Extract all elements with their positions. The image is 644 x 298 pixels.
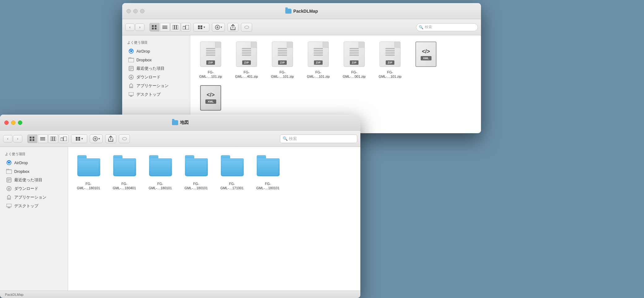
svg-rect-7 <box>173 25 174 29</box>
minimize-button-1[interactable] <box>133 9 138 13</box>
window-title-1: PackDLMap <box>285 9 318 14</box>
arrange-dropdown-2[interactable]: ▾ <box>71 134 87 143</box>
list-view-btn-1[interactable] <box>160 23 170 32</box>
sidebar-item-dropbox-1[interactable]: Dropbox <box>123 55 189 64</box>
nav-group-1: ‹ › <box>125 24 144 31</box>
view-buttons-2 <box>27 134 69 143</box>
file-name-3: FG-GML-…101.zip <box>271 70 294 79</box>
icon-view-btn-2[interactable] <box>27 134 37 143</box>
gallery-view-btn-2[interactable] <box>59 134 69 143</box>
folder-name-1: FG-GML-…180101 <box>77 182 100 191</box>
back-button-2[interactable]: ‹ <box>3 135 12 142</box>
file-item-folder-3[interactable]: FG-GML-…180101 <box>145 152 176 191</box>
file-name-2: FG-GML-…401.zip <box>235 70 258 79</box>
file-item-xml-2[interactable]: </> XML <box>195 84 226 114</box>
action-button-2[interactable]: ▾ <box>90 134 103 143</box>
sidebar-item-apps-2[interactable]: アプリケーション <box>1 193 67 202</box>
sidebar-label-desktop-1: デスクトップ <box>136 92 161 97</box>
file-icon-1: ZIP <box>198 40 223 68</box>
svg-rect-58 <box>8 198 10 199</box>
file-item-zip-4[interactable]: ZIP FG-GML-…101.zip <box>303 40 334 79</box>
svg-rect-0 <box>152 25 154 27</box>
svg-rect-9 <box>177 25 178 29</box>
file-item-folder-6[interactable]: FG-GML-…180101 <box>252 152 283 191</box>
sidebar-label-apps-2: アプリケーション <box>14 195 46 200</box>
finder-window-1[interactable]: PackDLMap ‹ › ▾ ▾ <box>122 3 481 133</box>
file-item-zip-3[interactable]: ZIP FG-GML-…101.zip <box>267 40 298 79</box>
file-item-zip-2[interactable]: ZIP FG-GML-…401.zip <box>231 40 262 79</box>
folder-large-5 <box>221 155 243 176</box>
folder-icon-wrapper-1 <box>76 152 101 180</box>
search-box-1[interactable]: 🔍 検索 <box>416 23 478 31</box>
desktop-icon-1 <box>128 92 134 97</box>
svg-rect-13 <box>200 25 202 27</box>
column-view-btn-1[interactable] <box>170 23 180 32</box>
sidebar-item-recents-1[interactable]: 最近使った項目 <box>123 64 189 73</box>
finder-window-2[interactable]: 地図 ‹ › ▾ ▾ <box>0 115 360 298</box>
close-button-2[interactable] <box>4 121 9 125</box>
forward-button-2[interactable]: › <box>13 135 22 142</box>
toolbar-2: ‹ › ▾ ▾ ⬭ <box>0 131 360 147</box>
search-box-2[interactable]: 🔍 検索 <box>280 134 357 143</box>
recents-icon-2 <box>6 177 12 183</box>
title-folder-icon-1 <box>285 9 291 14</box>
file-item-xml-1[interactable]: </> XML <box>410 40 441 79</box>
sidebar-label-recents-1: 最近使った項目 <box>136 66 165 71</box>
action-button-1[interactable]: ▾ <box>212 23 225 32</box>
maximize-button-2[interactable] <box>18 121 22 125</box>
maximize-button-1[interactable] <box>140 9 144 13</box>
sidebar-item-downloads-2[interactable]: ダウンロード <box>1 184 67 193</box>
file-item-folder-1[interactable]: FG-GML-…180101 <box>73 152 104 191</box>
file-item-folder-4[interactable]: FG-GML-…180101 <box>181 152 212 191</box>
file-item-zip-1[interactable]: ZIP FG-GML-…101.zip <box>195 40 226 79</box>
close-button-1[interactable] <box>127 9 131 13</box>
toolbar-1: ‹ › ▾ ▾ ⬭ <box>122 19 481 35</box>
file-item-zip-6[interactable]: ZIP FG-GML-…101.zip <box>375 40 406 79</box>
file-item-zip-5[interactable]: ZIP FG-GML-…001.zip <box>339 40 370 79</box>
sidebar-item-dropbox-2[interactable]: Dropbox <box>1 167 67 176</box>
sidebar-2: よく使う項目 AirDrop Dropbox 最近使った項目 <box>0 147 68 291</box>
apps-icon-1 <box>128 83 134 89</box>
folder-name-5: FG-GML-…171001 <box>220 182 243 191</box>
file-item-folder-5[interactable]: FG-GML-…171001 <box>217 152 247 191</box>
sidebar-item-desktop-2[interactable]: デスクトップ <box>1 202 67 210</box>
file-name-1: FG-GML-…101.zip <box>199 70 222 79</box>
file-item-folder-2[interactable]: FG-GML-…180401 <box>109 152 140 191</box>
back-button-1[interactable]: ‹ <box>125 24 135 31</box>
icon-view-btn-1[interactable] <box>149 23 159 32</box>
folder-icon-wrapper-5 <box>220 152 244 180</box>
search-icon-1: 🔍 <box>419 25 423 29</box>
title-bar-2: 地図 <box>0 115 360 131</box>
sidebar-label-downloads-2: ダウンロード <box>14 186 38 191</box>
arrange-dropdown-1[interactable]: ▾ <box>193 23 209 32</box>
tag-button-1[interactable]: ⬭ <box>241 23 252 32</box>
list-view-btn-2[interactable] <box>38 134 48 143</box>
sidebar-item-apps-1[interactable]: アプリケーション <box>123 81 189 90</box>
sidebar-item-airdrop-2[interactable]: AirDrop <box>1 158 67 167</box>
sidebar-item-downloads-1[interactable]: ダウンロード <box>123 73 189 81</box>
gallery-view-btn-1[interactable] <box>181 23 191 32</box>
share-button-2[interactable] <box>105 134 116 143</box>
minimize-button-2[interactable] <box>11 121 15 125</box>
sidebar-item-recents-2[interactable]: 最近使った項目 <box>1 176 67 184</box>
forward-button-1[interactable]: › <box>135 24 144 31</box>
share-button-1[interactable] <box>227 23 238 32</box>
tag-button-2[interactable]: ⬭ <box>119 134 130 143</box>
svg-rect-14 <box>198 28 200 29</box>
zip-icon-6: ZIP <box>380 42 401 67</box>
traffic-lights-1 <box>127 9 144 13</box>
svg-point-20 <box>130 50 132 52</box>
folder-icon-wrapper-3 <box>148 152 173 180</box>
file-icon-2: ZIP <box>234 40 259 68</box>
xml-icon-2: </> XML <box>200 85 221 111</box>
file-icon-4: ZIP <box>306 40 331 68</box>
column-view-btn-2[interactable] <box>48 134 58 143</box>
folder-large-1 <box>77 155 100 176</box>
sidebar-item-desktop-1[interactable]: デスクトップ <box>123 90 189 99</box>
zip-icon-3: ZIP <box>272 42 293 67</box>
zip-icon-2: ZIP <box>236 42 257 67</box>
svg-rect-40 <box>54 137 56 141</box>
sidebar-item-airdrop-1[interactable]: AirDrop <box>123 47 189 55</box>
svg-rect-42 <box>63 137 67 141</box>
file-icon-6: ZIP <box>378 40 402 68</box>
